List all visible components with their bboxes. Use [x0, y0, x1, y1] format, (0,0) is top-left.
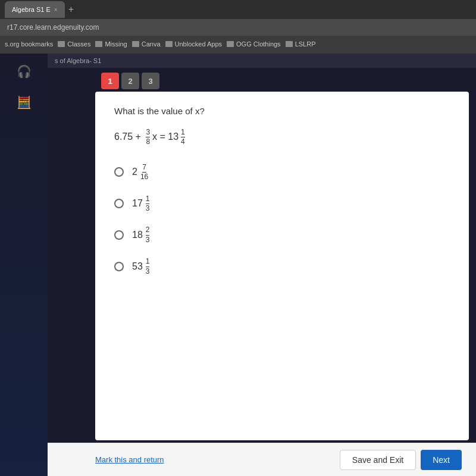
breadcrumb: s of Algebra- S1	[48, 54, 476, 68]
folder-icon	[286, 41, 293, 47]
bookmark-3[interactable]: Missing	[95, 40, 127, 48]
main-content: 🎧 🧮 s of Algebra- S1 1 2 3 What is the v…	[0, 54, 476, 476]
radio-a[interactable]	[114, 167, 124, 177]
answer-label-a: 2 7 16	[132, 163, 149, 181]
answer-option-a[interactable]: 2 7 16	[114, 163, 450, 181]
bookmarks-bar: s.org bookmarks Classes Missing Canva Un…	[0, 36, 476, 52]
answer-c-fraction: 2 3	[146, 226, 150, 244]
equation-fraction-denominator: 8	[146, 137, 150, 146]
tab-label: Algebra S1 E	[12, 6, 51, 13]
equation-prefix: 6.75 +	[114, 131, 143, 142]
question-tab-2[interactable]: 2	[121, 73, 139, 89]
equation-mixed-num: 1	[181, 128, 185, 137]
bookmark-1[interactable]: s.org bookmarks	[5, 40, 53, 48]
bottom-bar: Mark this and return Save and Exit Next	[48, 443, 476, 476]
equation-fraction-numerator: 3	[146, 128, 150, 137]
tab-number: 1	[108, 77, 112, 86]
bookmark-7[interactable]: LSLRP	[286, 40, 316, 48]
question-tabs: 1 2 3	[101, 68, 476, 89]
answer-choices: 2 7 16 17 1 3	[114, 163, 450, 275]
answer-label-b: 17 1 3	[132, 195, 151, 213]
answer-option-b[interactable]: 17 1 3	[114, 195, 450, 213]
content-area: s of Algebra- S1 1 2 3 What is the value…	[48, 54, 476, 476]
equation-mixed-fraction: 1 4	[181, 128, 185, 146]
answer-b-whole: 17	[132, 198, 143, 209]
answer-option-d[interactable]: 53 1 3	[114, 257, 450, 275]
tab-close-button[interactable]: ×	[54, 7, 58, 13]
bottom-buttons: Save and Exit Next	[340, 450, 462, 470]
answer-b-fraction: 1 3	[146, 195, 150, 213]
question-prompt: What is the value of x?	[114, 106, 450, 116]
bookmark-5[interactable]: Unblocked Apps	[165, 40, 223, 48]
question-card: What is the value of x? 6.75 + 3 8 x = 1…	[95, 92, 469, 440]
bookmark-label: s.org bookmarks	[5, 40, 53, 48]
tab-bar: Algebra S1 E × +	[0, 0, 476, 19]
bookmark-2[interactable]: Classes	[58, 40, 90, 48]
radio-b[interactable]	[114, 199, 124, 208]
bookmark-label: LSLRP	[295, 40, 316, 48]
mark-return-link[interactable]: Mark this and return	[95, 455, 164, 464]
answer-c-whole: 18	[132, 230, 143, 240]
active-tab[interactable]: Algebra S1 E ×	[5, 1, 65, 18]
bookmark-4[interactable]: Canva	[132, 40, 161, 48]
bookmark-label: Unblocked Apps	[175, 40, 223, 48]
equation-fraction: 3 8	[146, 128, 150, 146]
question-tab-3[interactable]: 3	[142, 73, 159, 89]
answer-option-c[interactable]: 18 2 3	[114, 226, 450, 244]
question-tab-1[interactable]: 1	[101, 73, 119, 89]
answer-a-fraction: 7 16	[140, 163, 148, 181]
folder-icon	[95, 41, 102, 47]
tab-number: 3	[148, 77, 152, 86]
folder-icon	[165, 41, 173, 47]
answer-label-c: 18 2 3	[132, 226, 151, 244]
bookmark-label: Classes	[67, 40, 90, 48]
new-tab-button[interactable]: +	[68, 4, 74, 15]
folder-icon	[132, 41, 139, 47]
bookmark-label: OGG Clothings	[236, 40, 281, 48]
equation-mixed-den: 4	[181, 137, 185, 146]
answer-a-whole: 2	[132, 167, 137, 177]
address-bar[interactable]: r17.core.learn.edgenuity.com	[0, 19, 476, 36]
bookmark-6[interactable]: OGG Clothings	[227, 40, 281, 48]
answer-label-d: 53 1 3	[132, 257, 151, 275]
headphones-icon[interactable]: 🎧	[12, 60, 36, 83]
breadcrumb-text: s of Algebra- S1	[55, 57, 101, 64]
next-button[interactable]: Next	[421, 450, 462, 470]
folder-icon	[227, 41, 234, 47]
tab-number: 2	[128, 77, 132, 86]
folder-icon	[58, 41, 65, 47]
radio-c[interactable]	[114, 230, 124, 240]
bookmark-label: Canva	[142, 40, 161, 48]
answer-d-fraction: 1 3	[146, 257, 150, 275]
answer-d-whole: 53	[132, 261, 143, 272]
calculator-icon[interactable]: 🧮	[12, 90, 36, 114]
equation-variable: x = 13	[152, 131, 178, 142]
url-text: r17.core.learn.edgenuity.com	[7, 23, 99, 32]
radio-d[interactable]	[114, 262, 124, 271]
sidebar: 🎧 🧮	[0, 54, 48, 476]
browser-chrome: Algebra S1 E × + r17.core.learn.edgenuit…	[0, 0, 476, 54]
bookmark-label: Missing	[105, 40, 127, 48]
save-exit-button[interactable]: Save and Exit	[340, 450, 416, 470]
equation-display: 6.75 + 3 8 x = 13 1 4	[114, 128, 450, 146]
